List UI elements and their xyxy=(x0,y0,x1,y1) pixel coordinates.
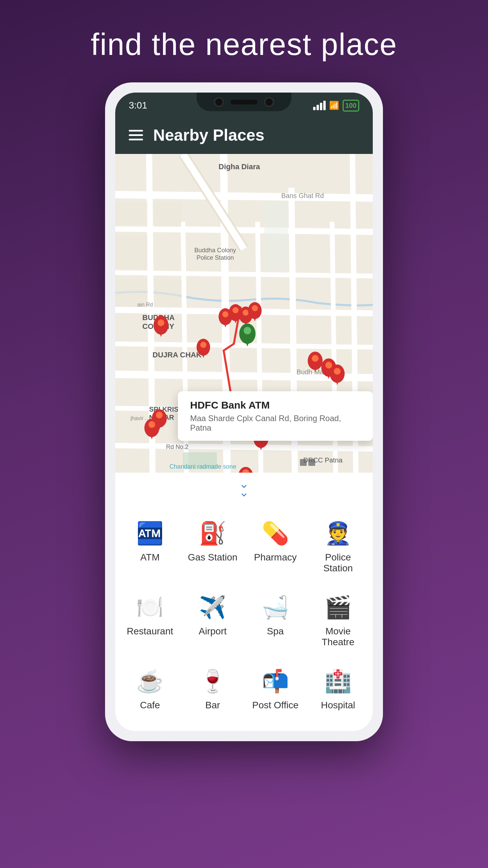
category-cafe[interactable]: ☕ Cafe xyxy=(119,658,181,721)
category-bar[interactable]: 🍷 Bar xyxy=(181,658,244,721)
svg-line-12 xyxy=(115,344,373,347)
police-station-icon: 👮 xyxy=(324,520,352,547)
svg-text:Bans Ghat Rd: Bans Ghat Rd xyxy=(281,192,324,199)
svg-text:Buddha Colony: Buddha Colony xyxy=(194,247,236,254)
popup-title: HDFC Bank ATM xyxy=(190,399,361,411)
spa-label: Spa xyxy=(267,626,284,637)
notch xyxy=(197,93,291,111)
atm-icon: 🏧 xyxy=(136,520,164,547)
svg-rect-23 xyxy=(264,201,288,269)
svg-rect-18 xyxy=(115,201,147,227)
svg-point-76 xyxy=(156,412,163,418)
svg-point-61 xyxy=(244,327,251,334)
map-popup: HDFC Bank ATM Maa Sharde Cplx Canal Rd, … xyxy=(178,391,373,441)
svg-text:Police Station: Police Station xyxy=(197,254,234,261)
phone-screen: 3:01 📶 100 xyxy=(115,93,373,731)
page-headline: find the nearest place xyxy=(91,27,398,62)
svg-line-8 xyxy=(115,195,373,198)
bar-label: Bar xyxy=(205,700,220,711)
cafe-label: Cafe xyxy=(140,700,160,711)
svg-line-9 xyxy=(115,229,373,232)
movie-theatre-label: Movie Theatre xyxy=(310,626,366,648)
category-atm[interactable]: 🏧 ATM xyxy=(119,510,181,584)
svg-point-64 xyxy=(200,342,206,348)
gas-station-label: Gas Station xyxy=(188,552,237,563)
gas-station-icon: ⛽ xyxy=(199,520,226,547)
category-pharmacy[interactable]: 💊 Pharmacy xyxy=(244,510,307,584)
front-camera xyxy=(214,97,224,107)
spa-icon: 🛁 xyxy=(262,594,289,620)
post-office-label: Post Office xyxy=(252,700,298,711)
wifi-icon: 📶 xyxy=(329,101,339,110)
post-office-icon: 📬 xyxy=(262,668,289,694)
svg-line-10 xyxy=(115,273,373,276)
hospital-label: Hospital xyxy=(321,700,355,711)
pharmacy-icon: 💊 xyxy=(262,520,289,547)
restaurant-label: Restaurant xyxy=(127,626,173,637)
svg-point-73 xyxy=(334,368,341,375)
speaker xyxy=(230,100,258,104)
category-gas-station[interactable]: ⛽ Gas Station xyxy=(181,510,244,584)
svg-point-55 xyxy=(243,310,249,316)
category-post-office[interactable]: 📬 Post Office xyxy=(244,658,307,721)
restaurant-icon: 🍽️ xyxy=(136,594,164,620)
cafe-icon: ☕ xyxy=(136,668,164,694)
phone-mockup: 3:01 📶 100 xyxy=(105,82,383,741)
svg-line-15 xyxy=(115,446,373,449)
bar-icon: 🍷 xyxy=(199,668,226,694)
svg-point-49 xyxy=(222,311,228,317)
svg-point-58 xyxy=(252,305,258,311)
svg-point-52 xyxy=(232,307,239,313)
category-hospital[interactable]: 🏥 Hospital xyxy=(307,658,369,721)
menu-button[interactable] xyxy=(129,130,143,140)
svg-text:DRCC Patna: DRCC Patna xyxy=(303,456,343,464)
category-restaurant[interactable]: 🍽️ Restaurant xyxy=(119,584,181,658)
police-station-label: Police Station xyxy=(310,552,366,574)
category-police-station[interactable]: 👮 Police Station xyxy=(307,510,369,584)
svg-rect-20 xyxy=(115,235,147,269)
svg-text:ain Rd: ain Rd xyxy=(137,302,153,308)
movie-theatre-icon: 🎬 xyxy=(324,594,352,620)
svg-text:jhavir ...: jhavir ... xyxy=(130,415,149,421)
hospital-icon: 🏥 xyxy=(324,668,352,694)
front-sensor xyxy=(264,97,274,107)
svg-text:DUJRA CHAK: DUJRA CHAK xyxy=(152,351,202,359)
svg-point-79 xyxy=(148,421,155,428)
svg-rect-19 xyxy=(154,201,181,227)
svg-text:Rd No.2: Rd No.2 xyxy=(166,443,188,450)
svg-point-70 xyxy=(325,362,332,369)
signal-icon xyxy=(313,101,326,110)
battery-icon: 100 xyxy=(343,100,359,112)
svg-point-67 xyxy=(312,355,319,362)
status-bar: 3:01 📶 100 xyxy=(115,93,373,116)
scroll-indicator: ⌄ ⌄ xyxy=(115,473,373,503)
svg-text:Digha Diara: Digha Diara xyxy=(219,162,260,171)
airport-label: Airport xyxy=(199,626,226,637)
category-spa[interactable]: 🛁 Spa xyxy=(244,584,307,658)
svg-rect-21 xyxy=(154,279,181,307)
app-bar: Nearby Places xyxy=(115,116,373,154)
popup-address: Maa Sharde Cplx Canal Rd, Boring Road, P… xyxy=(190,414,361,433)
pharmacy-label: Pharmacy xyxy=(254,552,297,563)
svg-point-46 xyxy=(158,319,164,326)
svg-text:Chandani radmade sone: Chandani radmade sone xyxy=(169,463,236,470)
map-view[interactable]: Digha Diara Buddha Colony Police Station… xyxy=(115,154,373,473)
airport-icon: ✈️ xyxy=(199,594,226,620)
atm-label: ATM xyxy=(140,552,160,563)
category-movie-theatre[interactable]: 🎬 Movie Theatre xyxy=(307,584,369,658)
category-grid: 🏧 ATM ⛽ Gas Station 💊 Pharmacy 👮 Police … xyxy=(115,503,373,731)
app-title: Nearby Places xyxy=(153,126,264,144)
status-time: 3:01 xyxy=(129,100,147,111)
status-icons: 📶 100 xyxy=(313,100,359,112)
category-airport[interactable]: ✈️ Airport xyxy=(181,584,244,658)
